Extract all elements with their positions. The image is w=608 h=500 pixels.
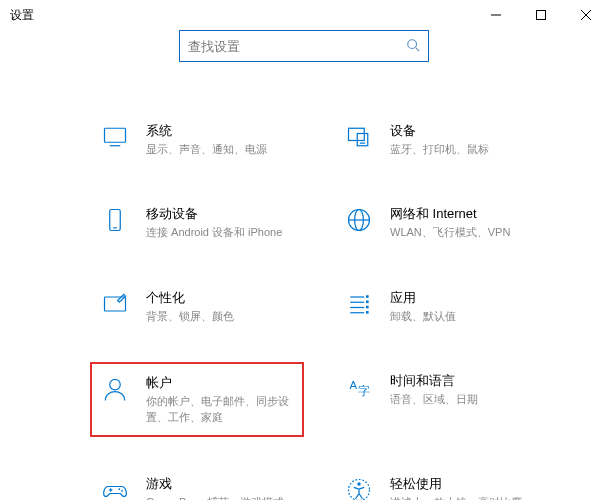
tile-devices[interactable]: 设备 蓝牙、打印机、鼠标 [334, 112, 548, 167]
svg-point-33 [357, 482, 361, 486]
window-title: 设置 [10, 7, 34, 24]
tile-title: 时间和语言 [390, 372, 478, 390]
svg-rect-24 [366, 311, 369, 314]
search-box[interactable] [179, 30, 429, 62]
tile-personalization[interactable]: 个性化 背景、锁屏、颜色 [90, 279, 304, 334]
tile-title: 设备 [390, 122, 489, 140]
svg-point-4 [408, 39, 417, 48]
phone-icon [100, 205, 130, 235]
ease-of-access-icon [344, 475, 374, 500]
tile-title: 轻松使用 [390, 475, 522, 493]
tile-desc: 背景、锁屏、颜色 [146, 309, 234, 324]
tile-title: 移动设备 [146, 205, 282, 223]
tile-desc: 蓝牙、打印机、鼠标 [390, 142, 489, 157]
system-icon [100, 122, 130, 152]
settings-grid: 系统 显示、声音、通知、电源 设备 蓝牙、打印机、鼠标 移动设备 连接 Andr… [0, 72, 608, 500]
tile-title: 个性化 [146, 289, 234, 307]
svg-rect-23 [366, 306, 369, 309]
titlebar: 设置 [0, 0, 608, 30]
tile-system[interactable]: 系统 显示、声音、通知、电源 [90, 112, 304, 167]
time-language-icon: A字 [344, 372, 374, 402]
tile-desc: 显示、声音、通知、电源 [146, 142, 267, 157]
svg-text:A: A [349, 379, 357, 391]
devices-icon [344, 122, 374, 152]
tile-accounts[interactable]: 帐户 你的帐户、电子邮件、同步设置、工作、家庭 [90, 362, 304, 437]
tile-title: 网络和 Internet [390, 205, 510, 223]
tile-title: 系统 [146, 122, 267, 140]
svg-point-29 [121, 490, 123, 492]
gaming-icon [100, 475, 130, 500]
tile-desc: 讲述人、放大镜、高对比度 [390, 495, 522, 500]
svg-point-28 [119, 488, 121, 490]
search-area [0, 30, 608, 72]
svg-rect-1 [536, 11, 545, 20]
svg-rect-22 [366, 300, 369, 303]
svg-line-5 [416, 47, 420, 51]
tile-desc: 你的帐户、电子邮件、同步设置、工作、家庭 [146, 394, 294, 425]
tile-time-language[interactable]: A字 时间和语言 语音、区域、日期 [334, 362, 548, 437]
tile-phone[interactable]: 移动设备 连接 Android 设备和 iPhone [90, 195, 304, 250]
tile-desc: 连接 Android 设备和 iPhone [146, 225, 282, 240]
tile-network[interactable]: 网络和 Internet WLAN、飞行模式、VPN [334, 195, 548, 250]
window-controls [473, 0, 608, 30]
tile-ease-of-access[interactable]: 轻松使用 讲述人、放大镜、高对比度 [334, 465, 548, 500]
accounts-icon [100, 374, 130, 404]
tile-title: 游戏 [146, 475, 284, 493]
minimize-button[interactable] [473, 0, 518, 30]
svg-point-25 [110, 380, 121, 391]
svg-rect-9 [357, 134, 368, 146]
maximize-button[interactable] [518, 0, 563, 30]
tile-desc: 卸载、默认值 [390, 309, 456, 324]
tile-desc: Game Bar、捕获、游戏模式 [146, 495, 284, 500]
svg-rect-21 [366, 295, 369, 298]
personalization-icon [100, 289, 130, 319]
tile-apps[interactable]: 应用 卸载、默认值 [334, 279, 548, 334]
search-input[interactable] [188, 39, 406, 54]
close-button[interactable] [563, 0, 608, 30]
tile-desc: 语音、区域、日期 [390, 392, 478, 407]
tile-title: 帐户 [146, 374, 294, 392]
tile-desc: WLAN、飞行模式、VPN [390, 225, 510, 240]
tile-title: 应用 [390, 289, 456, 307]
network-icon [344, 205, 374, 235]
svg-rect-6 [105, 128, 126, 142]
svg-text:字: 字 [358, 384, 370, 398]
search-icon [406, 38, 420, 55]
apps-icon [344, 289, 374, 319]
tile-gaming[interactable]: 游戏 Game Bar、捕获、游戏模式 [90, 465, 304, 500]
svg-rect-8 [349, 128, 365, 140]
